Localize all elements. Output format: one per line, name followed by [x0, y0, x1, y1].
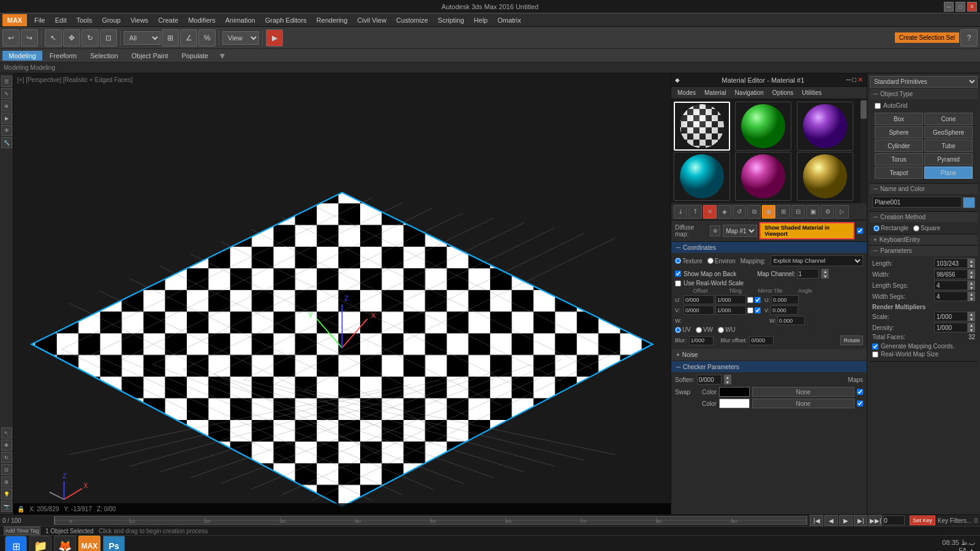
left-create-btn[interactable]: ☰ [1, 76, 12, 87]
left-light-btn[interactable]: 💡 [1, 489, 12, 500]
v-tiling-input[interactable] [715, 305, 746, 315]
snap-btn[interactable]: ⊞ [162, 29, 179, 47]
scrollbar-thumb[interactable] [861, 100, 867, 119]
obj-btn-teapot[interactable]: Teapot [875, 167, 923, 179]
obj-btn-cone[interactable]: Cone [924, 113, 973, 125]
left-hier-btn[interactable]: ⊕ [1, 100, 12, 111]
menu-rendering[interactable]: Rendering [312, 15, 353, 25]
scale-up[interactable]: ▲ [968, 312, 975, 317]
keyboard-entry-header[interactable]: + KeyboardEntry [870, 234, 978, 245]
left-scale-btn[interactable]: ⊡ [1, 464, 12, 475]
obj-btn-plane[interactable]: Plane [924, 167, 973, 179]
v-tile[interactable] [755, 307, 761, 313]
mat-get-from-scene[interactable]: ⤓ [674, 205, 687, 219]
real-world-map-checkbox[interactable] [872, 351, 878, 358]
creation-method-header[interactable]: ─ Creation Method [870, 212, 978, 222]
tab-freeform[interactable]: Freeform [43, 51, 83, 61]
angle-snap-btn[interactable]: ∠ [180, 29, 197, 47]
menu-edit[interactable]: Edit [50, 15, 72, 25]
left-select-btn[interactable]: ↖ [1, 427, 12, 438]
length-segs-input[interactable] [934, 280, 968, 290]
key-filters-btn[interactable]: Key Filters... [938, 517, 972, 524]
taskbar-3dsmax-btn[interactable]: MAX [78, 536, 100, 551]
map-channel-input[interactable] [797, 269, 819, 279]
square-radio[interactable] [913, 225, 919, 231]
obj-btn-geosphere[interactable]: GeoSphere [924, 126, 973, 138]
mat-reset-btn[interactable]: ↺ [733, 205, 746, 219]
v-angle-input[interactable] [771, 305, 798, 315]
length-up[interactable]: ▲ [968, 258, 975, 263]
menu-animation[interactable]: Animation [221, 15, 260, 25]
taskbar-windows-btn[interactable]: ⊞ [5, 536, 27, 551]
mat-viewport-btn[interactable]: ◉ [762, 205, 775, 219]
create-selection-btn[interactable]: Create Selection Sel [895, 32, 959, 43]
percent-snap-btn[interactable]: % [198, 29, 216, 47]
u-tile[interactable] [755, 297, 761, 303]
soften-input[interactable] [697, 375, 722, 384]
left-util-btn[interactable]: 🔧 [1, 137, 12, 148]
close-btn[interactable]: ✕ [967, 2, 977, 12]
left-motion-btn[interactable]: ▶ [1, 113, 12, 124]
width-segs-up[interactable]: ▲ [968, 291, 975, 296]
length-down[interactable]: ▼ [968, 263, 975, 268]
autogrid-checkbox[interactable] [875, 103, 881, 109]
menu-create[interactable]: Create [153, 15, 183, 25]
left-camera-btn[interactable]: 📷 [1, 501, 12, 512]
width-up[interactable]: ▲ [968, 269, 975, 274]
add-time-tag-btn[interactable]: Add Time Tag [4, 527, 40, 535]
soften-up[interactable]: ▲ [724, 375, 731, 380]
u-angle-input[interactable] [771, 295, 799, 304]
color1-map-checkbox[interactable] [857, 389, 863, 395]
length-input[interactable] [934, 258, 968, 268]
rect-radio-label[interactable]: Rectangle [873, 225, 908, 231]
play-btn[interactable]: ▶ [839, 515, 853, 526]
left-display-btn[interactable]: 👁 [1, 125, 12, 136]
set-key-btn[interactable]: Set Key [910, 515, 935, 525]
show-viewport-btn[interactable]: Show Shaded Material in Viewport [760, 222, 854, 239]
taskbar-firefox-btn[interactable]: 🦊 [54, 536, 76, 551]
coordinates-panel-header[interactable]: ─ Coordinates [671, 242, 867, 253]
menu-tools[interactable]: Tools [72, 15, 97, 25]
v-mirror[interactable] [747, 307, 753, 313]
scale-down[interactable]: ▼ [968, 317, 975, 321]
w-angle-input[interactable] [777, 316, 805, 325]
color2-none-btn[interactable]: None [752, 399, 854, 408]
density-input[interactable] [934, 323, 968, 332]
soften-spinner[interactable]: ▲ ▼ [724, 375, 731, 384]
playback-start-btn[interactable]: |◀ [810, 515, 823, 526]
mat-delete-btn[interactable]: ✕ [703, 205, 717, 219]
move-btn[interactable]: ✥ [63, 29, 80, 47]
mat-minimize-btn[interactable]: ─ [846, 76, 851, 84]
name-color-header[interactable]: ─ Name and Color [870, 184, 978, 194]
map-channel-spinner[interactable]: ▲ ▼ [821, 269, 829, 279]
color1-swatch[interactable] [719, 387, 750, 397]
object-name-input[interactable] [872, 197, 962, 208]
menu-customize[interactable]: Customize [391, 15, 433, 25]
render-btn[interactable]: ▶ [266, 29, 283, 47]
show-viewport-checkbox[interactable] [857, 228, 863, 234]
mat-maximize-btn[interactable]: □ [852, 76, 856, 84]
checker-panel-header[interactable]: ─ Checker Parameters [671, 361, 867, 372]
menu-file[interactable]: File [29, 15, 50, 25]
obj-btn-pyramid[interactable]: Pyramid [924, 153, 973, 165]
mat-show-map[interactable]: ⊞ [777, 205, 790, 219]
menu-group[interactable]: Group [97, 15, 126, 25]
blur-offset-input[interactable] [749, 336, 774, 345]
mat-video-btn[interactable]: ▣ [806, 205, 820, 219]
u-mirror[interactable] [747, 297, 753, 303]
object-type-header[interactable]: ─ Object Type [870, 89, 978, 99]
menu-views[interactable]: Views [126, 15, 153, 25]
diffuse-icon-btn[interactable]: ⊕ [710, 225, 720, 236]
environ-radio-label[interactable]: Environ [707, 258, 736, 264]
tab-selection[interactable]: Selection [84, 51, 124, 61]
u-tiling-input[interactable] [715, 295, 746, 304]
material-sphere-3[interactable] [797, 102, 853, 151]
material-sphere-1[interactable] [674, 102, 730, 151]
material-sphere-2[interactable] [735, 102, 791, 151]
u-offset-input[interactable] [684, 295, 714, 304]
material-sphere-4[interactable] [674, 152, 730, 201]
app-logo[interactable]: MAX [2, 14, 27, 26]
menu-omatrix[interactable]: Omatrix [492, 15, 526, 25]
environ-radio[interactable] [707, 258, 714, 264]
redo-btn[interactable]: ↪ [21, 29, 38, 47]
